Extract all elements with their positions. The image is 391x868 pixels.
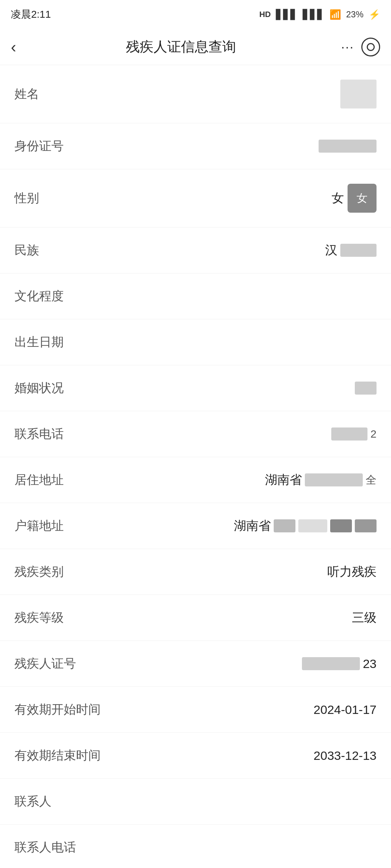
cert-blur: [302, 657, 360, 670]
cert-number-value: 23: [302, 657, 377, 671]
field-phone: 联系电话 2: [0, 411, 391, 457]
label-ethnicity: 民族: [14, 242, 101, 259]
huji-prefix: 湖南省: [234, 518, 271, 534]
name-photo: [340, 80, 377, 109]
field-valid-end: 有效期结束时间 2033-12-13: [0, 733, 391, 779]
field-address: 居住地址 湖南省 全: [0, 457, 391, 503]
valid-start-value: 2024-01-17: [101, 703, 377, 717]
nav-actions: ···: [322, 38, 380, 56]
ethnicity-prefix: 汉: [325, 242, 337, 259]
status-icons: HD ▋▋▋ ▋▋▋ 📶 23% ⚡: [259, 9, 380, 20]
label-phone: 联系电话: [14, 426, 101, 442]
label-disability-type: 残疾类别: [14, 563, 101, 580]
field-valid-start: 有效期开始时间 2024-01-17: [0, 687, 391, 733]
hd-icon: HD: [259, 10, 271, 19]
charging-icon: ⚡: [369, 9, 380, 20]
gender-value: 女: [332, 184, 377, 213]
disability-level-value: 三级: [101, 609, 377, 626]
address-prefix: 湖南省: [265, 472, 302, 488]
field-contact: 联系人: [0, 779, 391, 825]
field-disability-type: 残疾类别 听力残疾: [0, 549, 391, 595]
id-number-value: [319, 140, 377, 153]
valid-end-value: 2033-12-13: [101, 749, 377, 763]
battery-label: 23%: [346, 9, 363, 20]
label-huji: 户籍地址: [14, 518, 101, 534]
label-disability-level: 残疾等级: [14, 609, 101, 626]
label-valid-start: 有效期开始时间: [14, 701, 101, 718]
address-suffix: 全: [366, 473, 377, 488]
scan-button[interactable]: [361, 38, 380, 56]
label-gender: 性别: [14, 190, 101, 207]
status-time: 凌晨2:11: [11, 8, 51, 21]
ethnicity-blur: [340, 244, 377, 257]
label-marital: 婚姻状况: [14, 380, 101, 396]
label-contact: 联系人: [14, 793, 101, 810]
gender-text: 女: [332, 190, 344, 207]
huji-blur-2: [298, 519, 327, 532]
address-value: 湖南省 全: [265, 472, 377, 488]
label-id-number: 身份证号: [14, 138, 101, 154]
huji-blur-4: [355, 519, 377, 532]
field-birthday: 出生日期: [0, 319, 391, 365]
signal2-icon: ▋▋▋: [303, 9, 324, 20]
nav-bar: ‹ 残疾人证信息查询 ···: [0, 29, 391, 65]
marital-blur: [355, 382, 377, 395]
wifi-icon: 📶: [329, 9, 341, 20]
label-name: 姓名: [14, 86, 101, 102]
gender-icon: [348, 184, 377, 213]
field-gender: 性别 女: [0, 169, 391, 227]
back-button[interactable]: ‹: [11, 38, 40, 56]
address-blur-1: [305, 473, 363, 486]
label-valid-end: 有效期结束时间: [14, 747, 101, 764]
field-name: 姓名: [0, 65, 391, 123]
info-content: 姓名 身份证号 性别 女 民族 汉 文化程度 出生日期 婚姻状况: [0, 65, 391, 868]
label-birthday: 出生日期: [14, 334, 101, 350]
label-education: 文化程度: [14, 288, 101, 305]
field-id-number: 身份证号: [0, 123, 391, 169]
phone-blur-1: [331, 427, 367, 441]
field-ethnicity: 民族 汉: [0, 227, 391, 273]
field-cert-number: 残疾人证号 23: [0, 641, 391, 687]
field-disability-level: 残疾等级 三级: [0, 595, 391, 641]
label-address: 居住地址: [14, 472, 101, 488]
huji-blur-3: [330, 519, 352, 532]
page-title: 残疾人证信息查询: [40, 38, 322, 56]
huji-blur-1: [274, 519, 295, 532]
more-button[interactable]: ···: [341, 39, 354, 55]
label-cert-number: 残疾人证号: [14, 655, 101, 672]
status-bar: 凌晨2:11 HD ▋▋▋ ▋▋▋ 📶 23% ⚡: [0, 0, 391, 29]
disability-type-value: 听力残疾: [101, 563, 377, 580]
field-marital: 婚姻状况: [0, 365, 391, 411]
huji-value: 湖南省: [234, 518, 377, 534]
field-education: 文化程度: [0, 273, 391, 319]
phone-value: 2: [331, 427, 377, 441]
cert-suffix: 23: [363, 657, 377, 671]
id-blur-1: [319, 140, 377, 153]
phone-suffix: 2: [370, 428, 377, 440]
field-contact-phone: 联系人电话: [0, 825, 391, 868]
signal-icon: ▋▋▋: [276, 9, 298, 20]
ethnicity-value: 汉: [325, 242, 377, 259]
field-huji: 户籍地址 湖南省: [0, 503, 391, 549]
scan-icon: [367, 43, 375, 51]
label-contact-phone: 联系人电话: [14, 839, 101, 856]
